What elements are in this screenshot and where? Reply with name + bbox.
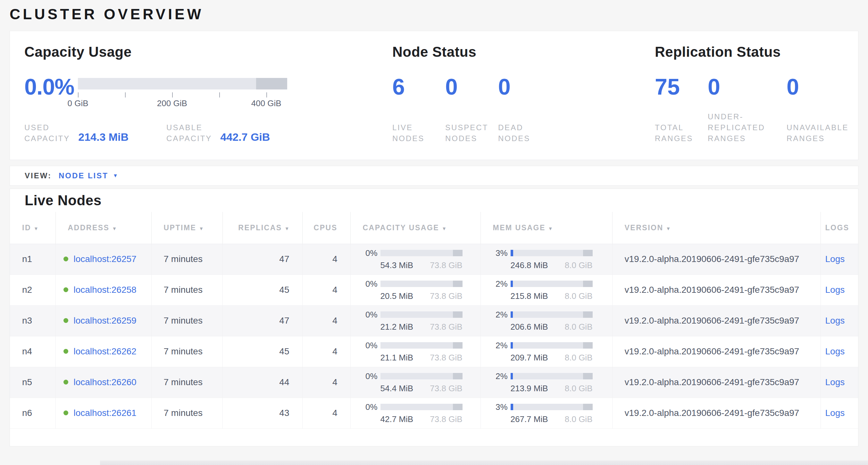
- replication-status-title: Replication Status: [655, 43, 844, 61]
- capacity-usage-bar: [380, 373, 463, 379]
- node-logs-link[interactable]: Logs: [825, 285, 845, 295]
- table-row: n3 localhost:26259 7 minutes 47 4 0% 21.…: [10, 305, 858, 336]
- node-replicas-cell: 47: [222, 305, 302, 336]
- mem-used-fill: [510, 404, 513, 410]
- capacity-reserved-segment: [453, 281, 462, 287]
- node-address-link[interactable]: localhost:26258: [74, 285, 136, 295]
- column-header-address[interactable]: ADDRESS▼: [56, 212, 151, 244]
- node-version-cell: v19.2.0-alpha.20190606-2491-gfe735c9a97: [612, 336, 820, 367]
- node-mem-usage-cell: 2% 209.7 MiB 8.0 GiB: [480, 336, 612, 367]
- capacity-usage-bar: [380, 281, 463, 287]
- axis-tick: [266, 92, 267, 97]
- live-nodes-table: ID▼ ADDRESS▼ UPTIME▼ REPLICAS▼ CPUS CAPA…: [10, 212, 858, 429]
- dead-nodes-stat: 0 DEAD NODES: [498, 74, 551, 144]
- capacity-usage-bar: [380, 311, 463, 318]
- node-cpus-cell: 4: [302, 336, 350, 367]
- node-address-link[interactable]: localhost:26261: [74, 408, 136, 418]
- node-logs-link[interactable]: Logs: [825, 346, 845, 356]
- node-capacity-usage-cell: 0% 54.4 MiB 73.8 GiB: [350, 367, 480, 398]
- table-row: n4 localhost:26262 7 minutes 45 4 0% 21.…: [10, 336, 858, 367]
- capacity-reserved-segment: [453, 404, 462, 410]
- axis-tick: [78, 92, 79, 97]
- view-dropdown[interactable]: NODE LIST ▼: [59, 171, 118, 180]
- usable-capacity-value: 442.7 GiB: [220, 131, 270, 143]
- mem-used-fill: [510, 250, 513, 256]
- mem-usage-bar: [510, 250, 593, 256]
- node-version-cell: v19.2.0-alpha.20190606-2491-gfe735c9a97: [612, 398, 820, 429]
- column-header-version[interactable]: VERSION▼: [612, 212, 820, 244]
- node-uptime-cell: 7 minutes: [151, 244, 222, 274]
- page-content: CLUSTER OVERVIEW Capacity Usage 0.0%: [0, 0, 868, 446]
- mem-usage-bar: [510, 281, 593, 287]
- node-id-cell: n3: [10, 305, 56, 336]
- node-logs-link[interactable]: Logs: [825, 408, 845, 418]
- node-live-status-dot: [63, 257, 68, 261]
- mem-used-fill: [510, 373, 513, 379]
- column-header-mem-usage[interactable]: MEM USAGE▼: [480, 212, 612, 244]
- column-header-capacity-usage[interactable]: CAPACITY USAGE▼: [350, 212, 480, 244]
- capacity-usage-bar: [380, 404, 463, 410]
- node-version-cell: v19.2.0-alpha.20190606-2491-gfe735c9a97: [612, 244, 820, 274]
- capacity-reserved-segment: [453, 311, 462, 318]
- node-live-status-dot: [63, 318, 68, 323]
- live-nodes-title: Live Nodes: [25, 192, 858, 209]
- node-capacity-usage-cell: 0% 21.1 MiB 73.8 GiB: [350, 336, 480, 367]
- mem-reserved-segment: [583, 250, 592, 256]
- node-cpus-cell: 4: [302, 398, 350, 429]
- suspect-nodes-stat: 0 SUSPECT NODES: [445, 74, 498, 144]
- node-address-cell: localhost:26257: [56, 244, 151, 274]
- node-replicas-cell: 43: [222, 398, 302, 429]
- sort-desc-icon: ▼: [285, 226, 289, 231]
- node-version-cell: v19.2.0-alpha.20190606-2491-gfe735c9a97: [612, 305, 820, 336]
- node-live-status-dot: [63, 380, 68, 384]
- node-uptime-cell: 7 minutes: [151, 398, 222, 429]
- column-header-cpus: CPUS: [302, 212, 350, 244]
- node-address-link[interactable]: localhost:26262: [74, 346, 136, 356]
- column-header-uptime[interactable]: UPTIME▼: [151, 212, 222, 244]
- mem-usage-bar: [510, 311, 593, 318]
- table-row: n6 localhost:26261 7 minutes 43 4 0% 42.…: [10, 398, 858, 429]
- cluster-summary-card: Capacity Usage 0.0%: [10, 31, 858, 160]
- node-id-cell: n1: [10, 244, 56, 274]
- node-address-link[interactable]: localhost:26259: [74, 316, 136, 325]
- mem-used-fill: [510, 342, 513, 349]
- column-header-id[interactable]: ID▼: [10, 212, 56, 244]
- capacity-bar-reserved-segment: [256, 78, 287, 89]
- capacity-reserved-segment: [453, 373, 462, 379]
- node-logs-cell: Logs: [820, 274, 858, 305]
- mem-reserved-segment: [583, 311, 592, 318]
- node-logs-link[interactable]: Logs: [825, 316, 845, 325]
- capacity-usage-bar: [380, 250, 463, 256]
- node-address-link[interactable]: localhost:26257: [74, 254, 136, 264]
- sort-desc-icon: ▼: [34, 226, 38, 231]
- page-title: CLUSTER OVERVIEW: [10, 4, 858, 24]
- node-live-status-dot: [63, 287, 68, 292]
- mem-used-fill: [510, 311, 513, 318]
- sort-desc-icon: ▼: [666, 226, 671, 231]
- node-logs-link[interactable]: Logs: [825, 377, 845, 387]
- axis-tick: [172, 92, 173, 97]
- node-mem-usage-cell: 2% 213.9 MiB 8.0 GiB: [480, 367, 612, 398]
- node-capacity-usage-cell: 0% 54.3 MiB 73.8 GiB: [350, 244, 480, 274]
- node-live-status-dot: [63, 410, 68, 415]
- table-row: n1 localhost:26257 7 minutes 47 4 0% 54.…: [10, 244, 858, 274]
- axis-tick-label: 400 GiB: [251, 98, 281, 108]
- node-address-cell: localhost:26259: [56, 305, 151, 336]
- node-capacity-usage-cell: 0% 20.5 MiB 73.8 GiB: [350, 274, 480, 305]
- under-replicated-ranges-stat: 0 UNDER- REPLICATED RANGES: [708, 74, 786, 144]
- node-id-cell: n5: [10, 367, 56, 398]
- node-cpus-cell: 4: [302, 274, 350, 305]
- capacity-reserved-segment: [453, 250, 462, 256]
- sort-desc-icon: ▼: [548, 226, 553, 231]
- node-address-cell: localhost:26258: [56, 274, 151, 305]
- node-address-cell: localhost:26262: [56, 336, 151, 367]
- mem-usage-bar: [510, 342, 593, 349]
- mem-usage-bar: [510, 404, 593, 410]
- node-capacity-usage-cell: 0% 21.2 MiB 73.8 GiB: [350, 305, 480, 336]
- axis-tick-label: 200 GiB: [157, 98, 187, 108]
- node-address-link[interactable]: localhost:26260: [74, 377, 136, 387]
- column-header-replicas[interactable]: REPLICAS▼: [222, 212, 302, 244]
- node-id-cell: n2: [10, 274, 56, 305]
- replication-status-section: Replication Status 75 TOTAL RANGES 0 UND…: [655, 43, 844, 147]
- node-logs-link[interactable]: Logs: [825, 254, 845, 264]
